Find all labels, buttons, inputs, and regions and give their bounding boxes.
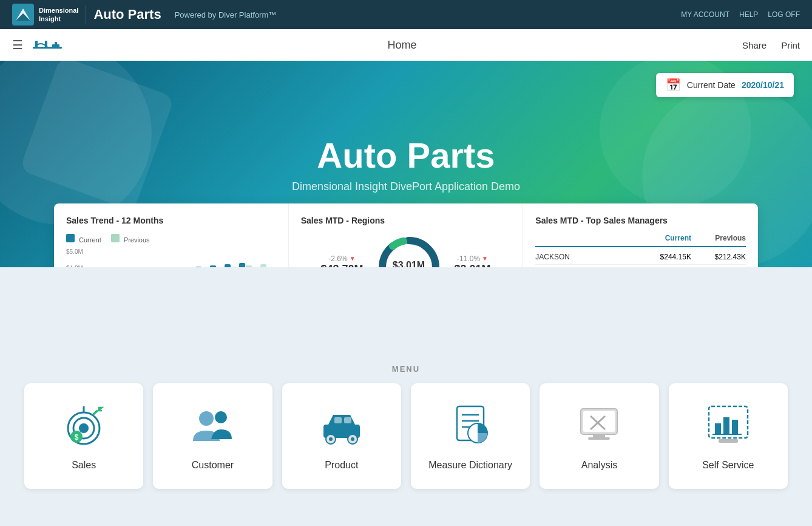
menu-label: MENU [24,364,788,374]
logo-box: Dimensional Insight [12,4,78,26]
hero-section: 📅 Current Date 2020/10/21 Auto Parts Dim… [0,61,812,267]
ytd-stat-box: -2.6% ▼ $43.70M YTD [320,254,363,268]
bar-current [239,263,245,268]
ytd-change: -2.6% ▼ [320,254,363,263]
qtd-change: -11.0% ▼ [455,254,491,263]
menu-card-measure_dictionary[interactable]: Measure Dictionary [411,383,530,489]
donut-row: -2.6% ▼ $43.70M YTD [320,234,490,267]
donut-chart-container: $3.01M MTD [376,234,442,267]
secondary-nav-right: Share Print [742,40,800,50]
svg-point-18 [199,411,214,426]
donut-area: -2.6% ▼ $43.70M YTD [301,234,511,267]
manager-name: JACKSON [535,253,637,261]
self_service-icon [704,401,753,450]
menu-card-label-self_service: Self Service [702,460,754,471]
svg-rect-36 [593,434,605,437]
legend-current-dot [66,234,75,242]
top-bar-right: MY ACCOUNT HELP LOG OFF [681,10,800,19]
menu-grid: $ Sales Customer Product Measure Diction… [24,383,788,489]
sales-trend-chart: Sales Trend - 12 Months Current Previous… [54,203,289,267]
bars-container [93,248,276,267]
current-date-widget[interactable]: 📅 Current Date 2020/10/21 [656,73,794,97]
header-previous: Previous [691,234,746,242]
y-label-1: $5.0M [66,248,83,255]
logo-text: Dimensional Insight [39,6,78,24]
top-managers-chart: Sales MTD - Top Sales Managers Current P… [523,203,758,267]
menu-card-label-measure_dictionary: Measure Dictionary [428,460,512,471]
qtd-stat-box: -11.0% ▼ $3.01M QTD [455,254,491,268]
legend-previous-dot [111,234,120,242]
bar-group [195,267,208,267]
sales-mtd-chart: Sales MTD - Regions -2.6% ▼ $43.70M YTD [289,203,524,267]
managers-table: Current Previous JACKSON $244.15K $212.4… [535,234,746,267]
ytd-down-arrow-icon: ▼ [350,255,356,262]
log-off-link[interactable]: LOG OFF [768,10,800,19]
table-row: CLARKSON $228.48K $227.70K [535,265,746,267]
svg-point-19 [215,411,227,423]
menu-card-label-product: Product [325,460,358,471]
chart-legend: Current Previous [66,234,276,244]
managers-table-body: JACKSON $244.15K $212.43K CLARKSON $228.… [535,250,746,267]
secondary-nav-bar: ☰ Home Share Print [0,29,812,61]
bar-previous [246,265,252,267]
measure_dictionary-icon [446,401,495,450]
ytd-value: $43.70M [320,263,363,268]
date-label: Current Date [687,80,736,90]
content-area: MENU $ Sales Customer Product Measure Di [0,352,812,501]
manager-current: $244.15K [637,253,691,261]
menu-card-label-analysis: Analysis [581,460,618,471]
date-value: 2020/10/21 [742,80,784,90]
bar-previous [260,264,266,267]
header-current: Current [637,234,691,242]
menu-card-customer[interactable]: Customer [153,383,272,489]
menu-card-sales[interactable]: $ Sales [24,383,143,489]
bar-group [254,264,266,267]
hero-subtitle: Dimensional Insight DivePort Application… [292,180,520,193]
bar-chart-area: $5.0M $4.8M $4.6M $4.4M $4.2M [66,248,276,267]
bar-group [239,263,252,268]
y-label-2: $4.8M [66,265,83,267]
bar-current [225,264,231,267]
product-icon [317,401,366,450]
svg-rect-39 [715,423,721,434]
top-bar-left: Dimensional Insight Auto Parts Powered b… [12,4,276,26]
menu-card-self_service[interactable]: Self Service [669,383,788,489]
share-button[interactable]: Share [742,40,766,50]
bar-previous [231,267,237,267]
secondary-nav-left: ☰ [12,36,62,54]
svg-rect-25 [334,417,342,423]
svg-text:$: $ [75,433,79,442]
legend-previous: Previous [111,234,150,244]
home-nav-label: Home [388,39,417,52]
qtd-value: $3.01M [455,263,491,268]
svg-rect-43 [719,439,738,443]
city-bridge-icon [33,36,62,54]
customer-icon [188,401,237,450]
app-subtitle: Powered by Diver Platform™ [175,10,277,19]
legend-current: Current [66,234,101,244]
header-name [535,234,637,242]
qtd-down-arrow-icon: ▼ [482,255,488,262]
dimensional-insight-logo-icon [12,4,34,26]
bars-area [93,248,276,267]
svg-rect-37 [588,437,610,440]
help-link[interactable]: HELP [739,10,758,19]
svg-rect-40 [723,417,729,434]
logo-divider [86,5,86,24]
manager-previous: $212.43K [691,253,746,261]
analysis-icon [575,401,623,450]
hero-title: Auto Parts [317,135,495,176]
bar-current [210,265,216,267]
top-navigation-bar: Dimensional Insight Auto Parts Powered b… [0,0,812,29]
charts-card: Sales Trend - 12 Months Current Previous… [54,203,758,267]
svg-rect-7 [52,44,59,49]
svg-point-23 [329,437,333,441]
hamburger-menu-icon[interactable]: ☰ [12,38,23,52]
table-row: JACKSON $244.15K $212.43K [535,250,746,265]
print-button[interactable]: Print [781,40,800,50]
menu-card-analysis[interactable]: Analysis [540,383,658,489]
menu-card-product[interactable]: Product [282,383,401,489]
managers-table-header: Current Previous [535,234,746,247]
my-account-link[interactable]: MY ACCOUNT [681,10,729,19]
bar-group [210,265,223,267]
